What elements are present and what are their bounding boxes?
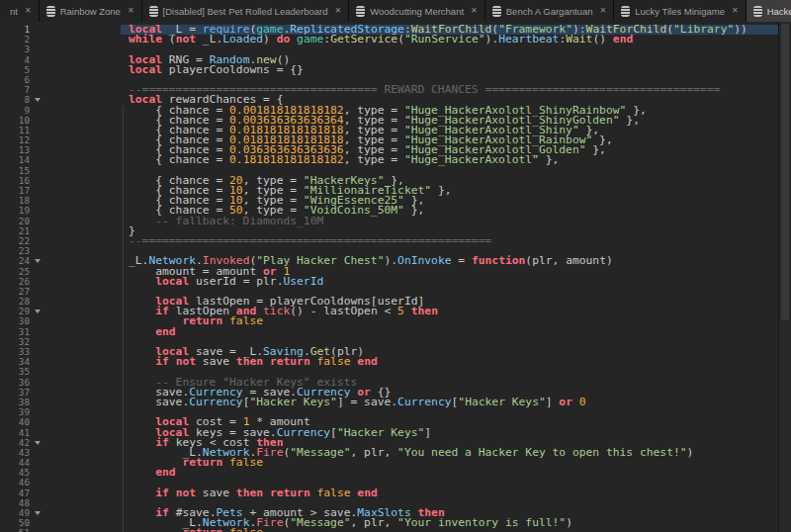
code-text: end (129, 468, 176, 478)
code-line: 31 end (0, 327, 791, 337)
script-icon (46, 6, 55, 17)
tab-lucky-tiles-minigame[interactable]: Lucky Tiles Minigame✕ (614, 0, 747, 22)
script-icon (753, 6, 762, 17)
close-icon[interactable]: ✕ (732, 7, 739, 15)
tab-woodcutting-merchant[interactable]: Woodcutting Merchant✕ (349, 0, 485, 22)
line-number: 40 (0, 417, 30, 427)
code-line: 24_L.Network.Invoked("Play Hacker Chest"… (0, 256, 791, 266)
close-icon[interactable]: ✕ (128, 7, 134, 15)
fold-arrow-icon[interactable] (30, 310, 45, 313)
script-icon (356, 6, 365, 17)
tab-label: Woodcutting Merchant (370, 6, 464, 17)
line-number: 51 (0, 528, 30, 532)
tab-bench-a-gargantuan[interactable]: Bench A Gargantuan✕ (485, 0, 614, 22)
code-line: 33 local save = _L.Saving.Get(plr) (0, 347, 791, 357)
code-text: save.Currency["Hacker Keys"] = save.Curr… (129, 398, 586, 407)
code-line: 44 return false (0, 458, 791, 468)
code-text: end (129, 327, 176, 337)
code-line: 41 local keys = save.Currency["Hacker Ke… (0, 428, 791, 438)
code-line: 4local RNG = Random.new() (0, 55, 791, 65)
tab-nt[interactable]: nt✕ (0, 0, 40, 22)
tab-hacker-chest[interactable]: Hacker Chest✕ (747, 0, 791, 22)
code-line: 43 _L.Network.Fire("Message", plr, "You … (0, 448, 791, 458)
close-icon[interactable]: ✕ (471, 7, 478, 15)
code-text: { chance = 0.181818181818182, type = "Hu… (129, 155, 559, 165)
line-number: 24 (0, 256, 30, 266)
code-line: 30 return false (0, 316, 791, 326)
script-editor-window: nt✕Rainbow Zone✕[Disabled] Best Pet Roll… (0, 0, 791, 532)
code-text: return false (129, 528, 263, 532)
code-line: 5local playerCooldowns = {} (0, 65, 791, 75)
code-line: 36 -- Ensure "Hacker Keys" exists (0, 378, 791, 388)
script-icon (492, 6, 501, 17)
tab-bar: nt✕Rainbow Zone✕[Disabled] Best Pet Roll… (0, 0, 791, 22)
tab-label: [Disabled] Best Pet Rolled Leaderboard (163, 6, 328, 17)
code-line: 51 return false (0, 528, 791, 532)
code-editor[interactable]: 1local _L = require(game.ReplicatedStora… (0, 22, 791, 532)
code-line: 47 if not save then return false end (0, 488, 791, 498)
scrollbar-thumb[interactable] (781, 24, 789, 320)
code-line: 45 end (0, 468, 791, 478)
code-text: -- fallback: Diamonds_10M (129, 217, 323, 226)
code-line: 3 (0, 44, 791, 54)
close-icon[interactable]: ✕ (599, 7, 606, 15)
code-text: local userId = plr.UserId (129, 277, 323, 287)
code-text: if not save then return false end (129, 357, 378, 367)
code-rows: 1local _L = require(game.ReplicatedStora… (0, 25, 791, 532)
tab-label: nt (10, 6, 18, 17)
fold-arrow-icon[interactable] (30, 259, 45, 263)
code-line: 2while (not _L.Loaded) do game:GetServic… (0, 35, 791, 44)
code-line: 25 amount = amount or 1 (0, 267, 791, 277)
code-line: 50 _L.Network.Fire("Message", plr, "Your… (0, 518, 791, 528)
tab-label: Hacker Chest (767, 6, 791, 17)
code-line: 35 (0, 367, 791, 377)
tab-label: Lucky Tiles Minigame (635, 6, 725, 17)
code-line: 7--=================================== R… (0, 85, 791, 95)
code-text: if not save then return false end (129, 488, 378, 498)
code-line: 19 { chance = 50, type = "VoidCoins_50M"… (0, 206, 791, 216)
fold-arrow-icon[interactable] (30, 441, 45, 445)
fold-arrow-icon[interactable] (30, 98, 45, 102)
code-line: 46 (0, 478, 791, 488)
tab-label: Bench A Gargantuan (506, 6, 593, 17)
code-line: 26 local userId = plr.UserId (0, 277, 791, 287)
code-line: 20 -- fallback: Diamonds_10M (0, 217, 791, 226)
code-line: 38 save.Currency["Hacker Keys"] = save.C… (0, 398, 791, 407)
tab-rainbow-zone[interactable]: Rainbow Zone✕ (40, 0, 142, 22)
line-number: 8 (0, 95, 30, 105)
code-line: 39 (0, 407, 791, 417)
fold-arrow-icon[interactable] (30, 511, 45, 515)
tab-disabled-best-pet-rolled-leaderboard[interactable]: [Disabled] Best Pet Rolled Leaderboard✕ (142, 0, 350, 22)
code-line: 34 if not save then return false end (0, 357, 791, 367)
vertical-scrollbar[interactable] (778, 22, 791, 532)
code-text: while (not _L.Loaded) do game:GetService… (129, 35, 633, 44)
close-icon[interactable]: ✕ (335, 7, 342, 15)
tab-label: Rainbow Zone (60, 6, 121, 17)
close-icon[interactable]: ✕ (25, 7, 32, 15)
script-icon (621, 6, 630, 17)
script-icon (149, 6, 158, 17)
code-line: 29 if lastOpen and tick() - lastOpen < 5… (0, 307, 791, 316)
code-text: local playerCooldowns = {} (129, 65, 304, 75)
code-line: 14 { chance = 0.181818181818182, type = … (0, 155, 791, 165)
code-text: --======================================… (129, 236, 491, 246)
code-line: 32 (0, 337, 791, 347)
code-line: 22--====================================… (0, 236, 791, 246)
